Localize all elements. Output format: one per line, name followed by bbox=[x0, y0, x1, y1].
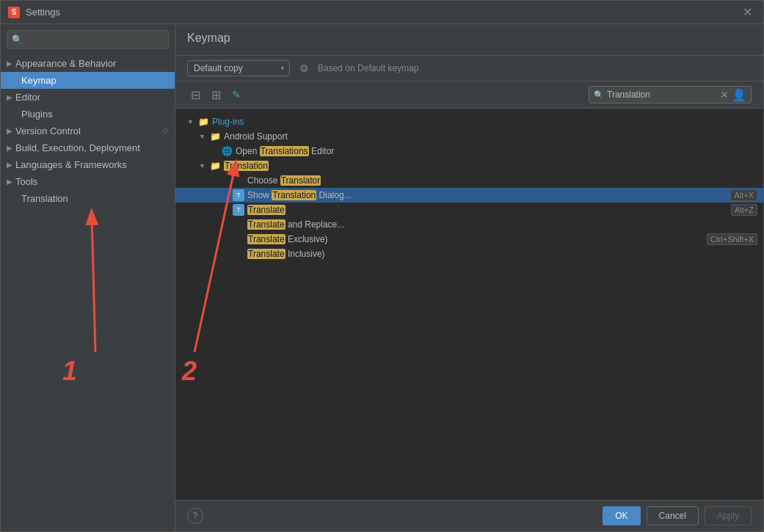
spacer-icon-replace bbox=[233, 219, 244, 230]
tree-item-choose-translator[interactable]: ▶ Choose Translator bbox=[175, 173, 763, 188]
sidebar-label-appearance: Appearance & Behavior bbox=[15, 58, 116, 69]
main-content: 🔍 ▶ Appearance & Behavior Keymap ▶ Edito… bbox=[1, 24, 763, 531]
settings-window: S Settings ✕ 🔍 ▶ Appearance & Behavior K… bbox=[0, 0, 764, 532]
tree-label-plugins: Plug-ins bbox=[212, 117, 244, 127]
expand-arrow-lang-icon: ▶ bbox=[7, 161, 12, 169]
tree-label-android: Android Support bbox=[224, 131, 288, 142]
bottom-bar: ? OK Cancel Apply bbox=[175, 500, 763, 531]
sidebar-label-tools: Tools bbox=[15, 176, 37, 187]
search-clear-icon[interactable]: ✕ bbox=[720, 89, 729, 101]
tree-item-translation-folder[interactable]: ▼ 📁 Translation bbox=[175, 158, 763, 173]
sidebar-item-build[interactable]: ▶ Build, Execution, Deployment bbox=[1, 139, 175, 156]
cancel-button[interactable]: Cancel bbox=[647, 506, 699, 525]
sidebar-item-languages[interactable]: ▶ Languages & Frameworks bbox=[1, 156, 175, 173]
tree-label-translation-folder: Translation bbox=[224, 161, 269, 171]
tree-content: ▼ 📁 Plug-ins ▼ 📁 Android Support ▶ 🌐 Ope… bbox=[175, 109, 763, 500]
vc-indicator: ⊙ bbox=[162, 126, 169, 136]
tree-expand-plugins-icon: ▼ bbox=[187, 118, 196, 125]
sidebar-item-tools[interactable]: ▶ Tools bbox=[1, 173, 175, 190]
sidebar-label-editor: Editor bbox=[15, 92, 40, 103]
tree-label-translate: Translate bbox=[247, 205, 285, 215]
tree-label-translate-exclusive: Translate Exclusive) bbox=[247, 234, 328, 244]
spacer-icon-inclusive bbox=[233, 248, 244, 260]
sidebar-item-version-control[interactable]: ▶ Version Control ⊙ bbox=[1, 123, 175, 139]
action-buttons: OK Cancel Apply bbox=[603, 506, 752, 525]
apply-button[interactable]: Apply bbox=[705, 506, 752, 525]
tree-label-choose-translator: Choose Translator bbox=[247, 175, 321, 186]
user-icon[interactable]: 👤 bbox=[732, 88, 746, 102]
tree-search-input[interactable] bbox=[607, 90, 717, 100]
collapse-all-icon[interactable]: ⊟ bbox=[187, 87, 203, 103]
close-button[interactable]: ✕ bbox=[738, 4, 756, 21]
search-icon: 🔍 bbox=[12, 34, 23, 45]
sidebar-label-build: Build, Execution, Deployment bbox=[15, 142, 140, 153]
tree-toolbar: ⊟ ⊞ ✎ 🔍 ✕ 👤 bbox=[175, 81, 763, 109]
keymap-settings-icon[interactable]: ⚙ bbox=[296, 60, 312, 76]
shortcut-translate-exclusive: Ctrl+Shift+X bbox=[707, 233, 757, 245]
folder-icon-android: 📁 bbox=[209, 131, 221, 142]
tree-label-translate-inclusive: Translate Inclusive) bbox=[247, 249, 325, 259]
expand-arrow-build-icon: ▶ bbox=[7, 144, 12, 152]
keymap-select[interactable]: Default copy bbox=[187, 60, 290, 76]
tree-label-open-translations: Open Translations Editor bbox=[236, 146, 334, 156]
window-title: Settings bbox=[26, 7, 738, 18]
spacer-icon-choose bbox=[233, 175, 244, 186]
based-on-label: Based on Default keymap bbox=[318, 63, 418, 73]
tree-item-translate-inclusive[interactable]: ▶ Translate Inclusive) bbox=[175, 247, 763, 261]
expand-all-icon[interactable]: ⊞ bbox=[208, 87, 224, 103]
tree-item-translate-replace[interactable]: ▶ Translate and Replace... - bbox=[175, 217, 763, 232]
tree-label-translate-replace: Translate and Replace... bbox=[247, 219, 344, 230]
panel-title: Keymap bbox=[187, 32, 752, 45]
annotation-1: 1 bbox=[62, 356, 77, 387]
sidebar-label-languages: Languages & Frameworks bbox=[15, 159, 127, 170]
sidebar: 🔍 ▶ Appearance & Behavior Keymap ▶ Edito… bbox=[1, 24, 175, 531]
shortcut-show-translation: Alt+X bbox=[730, 189, 757, 201]
help-button[interactable]: ? bbox=[187, 508, 203, 524]
tree-item-show-translation[interactable]: ▶ T Show Translation Dialog... Alt+X bbox=[175, 188, 763, 203]
expand-arrow-tools-icon: ▶ bbox=[7, 178, 12, 186]
tree-item-plugins[interactable]: ▼ 📁 Plug-ins bbox=[175, 114, 763, 129]
keymap-toolbar: Default copy ⚙ Based on Default keymap bbox=[175, 56, 763, 81]
title-bar: S Settings ✕ bbox=[1, 1, 763, 24]
spacer-icon-exclusive bbox=[233, 233, 244, 245]
tree-item-android-support[interactable]: ▼ 📁 Android Support bbox=[175, 129, 763, 144]
expand-arrow-vc-icon: ▶ bbox=[7, 127, 12, 135]
tree-expand-android-icon: ▼ bbox=[199, 133, 208, 140]
tree-expand-translation-icon: ▼ bbox=[199, 162, 208, 170]
sidebar-item-plugins[interactable]: Plugins bbox=[1, 106, 175, 123]
sidebar-search[interactable]: 🔍 bbox=[7, 30, 169, 49]
sidebar-item-editor[interactable]: ▶ Editor bbox=[1, 89, 175, 106]
sidebar-label-plugins: Plugins bbox=[21, 109, 53, 120]
action-icon-translate: T bbox=[233, 204, 244, 216]
folder-icon-translation: 📁 bbox=[209, 160, 221, 172]
tree-search[interactable]: 🔍 ✕ 👤 bbox=[589, 86, 752, 103]
sidebar-item-keymap[interactable]: Keymap bbox=[1, 72, 175, 89]
keymap-select-wrapper[interactable]: Default copy bbox=[187, 60, 290, 76]
annotation-2: 2 bbox=[182, 356, 197, 387]
ok-button[interactable]: OK bbox=[603, 506, 640, 525]
sidebar-item-appearance[interactable]: ▶ Appearance & Behavior bbox=[1, 55, 175, 72]
app-icon: S bbox=[8, 7, 20, 18]
right-panel: Keymap Default copy ⚙ Based on Default k… bbox=[175, 24, 763, 531]
sidebar-label-translation: Translation bbox=[21, 193, 68, 204]
expand-arrow-editor-icon: ▶ bbox=[7, 93, 12, 101]
edit-icon[interactable]: ✎ bbox=[228, 87, 244, 103]
tree-label-show-translation: Show Translation Dialog... bbox=[247, 190, 352, 200]
sidebar-label-keymap: Keymap bbox=[21, 75, 57, 86]
tree-item-translate[interactable]: ▶ T Translate Alt+Z bbox=[175, 203, 763, 217]
globe-icon-translations: 🌐 bbox=[221, 145, 233, 157]
folder-icon-plugins: 📁 bbox=[197, 116, 209, 128]
tree-item-translate-exclusive[interactable]: ▶ Translate Exclusive) Ctrl+Shift+X bbox=[175, 232, 763, 247]
sidebar-item-translation[interactable]: Translation bbox=[1, 190, 175, 207]
shortcut-translate: Alt+Z bbox=[731, 204, 757, 216]
sidebar-label-vc: Version Control bbox=[15, 125, 81, 136]
panel-header: Keymap bbox=[175, 24, 763, 56]
tree-search-icon: 🔍 bbox=[594, 90, 604, 100]
expand-arrow-icon: ▶ bbox=[7, 59, 12, 68]
tree-item-open-translations[interactable]: ▶ 🌐 Open Translations Editor bbox=[175, 144, 763, 158]
action-icon-show-translation: T bbox=[233, 189, 244, 201]
